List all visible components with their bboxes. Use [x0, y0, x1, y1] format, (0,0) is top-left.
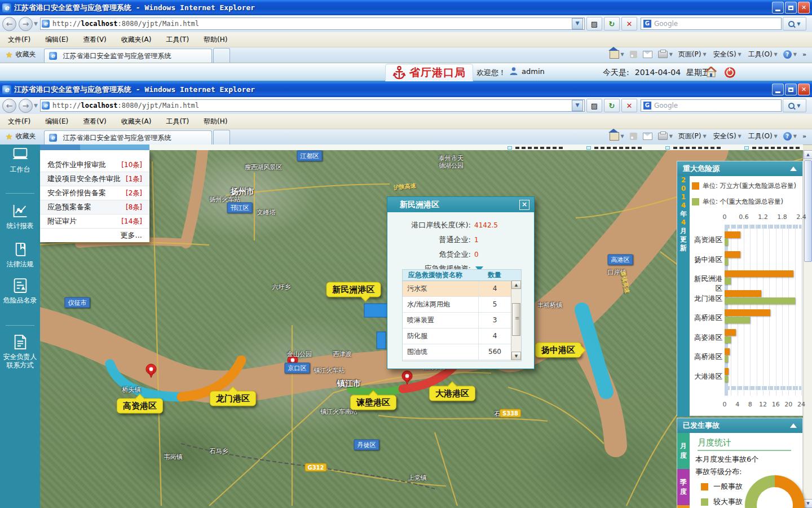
- collapse-icon[interactable]: [790, 167, 797, 171]
- menu-item-6[interactable]: 帮助(H): [204, 117, 227, 126]
- table-row[interactable]: 防化服4: [403, 329, 521, 344]
- close-button[interactable]: ✕: [798, 2, 810, 14]
- new-tab-button[interactable]: [213, 130, 230, 144]
- home-button[interactable]: ▼: [610, 50, 624, 59]
- recent-pages-icon[interactable]: ▼: [34, 103, 38, 108]
- sidebar-item-5[interactable]: 安全负责人联系方式: [0, 334, 40, 370]
- collapse-icon[interactable]: [790, 423, 797, 428]
- command-2[interactable]: 安全(S)▼: [713, 50, 742, 59]
- refresh-icon[interactable]: ↻: [604, 17, 620, 30]
- command-3[interactable]: 工具(O)▼: [748, 50, 778, 59]
- home-button[interactable]: ▼: [610, 132, 624, 141]
- menu-item-4[interactable]: 收藏夹(A): [121, 35, 152, 45]
- feeds-button[interactable]: [630, 133, 637, 140]
- browser-tab[interactable]: e 江苏省港口安全监管与应急管理系统: [44, 49, 212, 63]
- print-button[interactable]: ▼: [658, 51, 673, 58]
- stop-icon[interactable]: ✕: [621, 17, 637, 30]
- address-field[interactable]: e http://localhost:8080/yjpt/Main.html ▼: [40, 99, 585, 112]
- power-icon[interactable]: [725, 67, 735, 78]
- table-row[interactable]: 污水泵4: [403, 281, 521, 297]
- minimize-button[interactable]: [772, 2, 784, 14]
- url-text[interactable]: http://localhost:8080/yjpt/Main.html: [52, 20, 572, 28]
- close-button[interactable]: ✕: [798, 84, 810, 95]
- port-label[interactable]: 龙门港区: [210, 391, 256, 406]
- back-button[interactable]: ←: [2, 99, 16, 113]
- hazard-panel-header[interactable]: 重大危险源: [677, 161, 802, 176]
- accident-tab-1[interactable]: 月度: [677, 433, 690, 469]
- todo-menu-item-2[interactable]: 建设项目安全条件审批[1条]: [40, 172, 149, 186]
- favorites-button[interactable]: ★ 收藏夹: [6, 50, 36, 59]
- layer-toggle-fragment[interactable]: [508, 146, 570, 150]
- table-row[interactable]: 围油缆560: [403, 344, 521, 360]
- menu-item-6[interactable]: 帮助(H): [204, 35, 227, 45]
- read-mail-button[interactable]: [643, 133, 652, 140]
- map-pin[interactable]: [402, 371, 412, 384]
- print-button[interactable]: ▼: [658, 133, 673, 140]
- address-dropdown-icon[interactable]: ▼: [572, 18, 583, 29]
- compatibility-view-icon[interactable]: ▨: [586, 99, 602, 112]
- port-label[interactable]: 新民洲港区: [326, 282, 381, 297]
- todo-menu-item-5[interactable]: 附证审片[14条]: [40, 214, 149, 229]
- minimize-button[interactable]: [772, 84, 784, 95]
- menu-item-3[interactable]: 查看(V): [83, 117, 107, 126]
- address-dropdown-icon[interactable]: ▼: [572, 100, 583, 111]
- page-scrollbar[interactable]: ▲ ▼: [803, 150, 812, 508]
- todo-more-link[interactable]: 更多...: [40, 229, 149, 242]
- maximize-button[interactable]: [785, 2, 797, 14]
- todo-menu-item-3[interactable]: 安全评价报告备案[2条]: [40, 186, 149, 200]
- home-icon[interactable]: [705, 67, 717, 80]
- command-1[interactable]: 页面(P)▼: [678, 50, 707, 59]
- forward-button[interactable]: →: [19, 99, 33, 113]
- popup-header[interactable]: 新民洲港区 ×: [387, 197, 534, 212]
- menu-item-2[interactable]: 编辑(E): [45, 117, 68, 126]
- menu-item-2[interactable]: 编辑(E): [45, 35, 68, 45]
- recent-pages-icon[interactable]: ▼: [34, 21, 38, 27]
- table-row[interactable]: 水/泡沫两用炮5: [403, 297, 521, 313]
- new-tab-button[interactable]: [213, 48, 230, 63]
- help-button[interactable]: ?▼: [783, 132, 797, 141]
- address-field[interactable]: e http://localhost:8080/yjpt/Main.html ▼: [40, 17, 585, 30]
- back-button[interactable]: ←: [2, 17, 16, 31]
- overflow-chevron-icon[interactable]: »: [802, 133, 806, 140]
- scroll-down-icon[interactable]: ▼: [511, 352, 521, 360]
- menu-item-5[interactable]: 工具(T): [166, 117, 189, 126]
- map-area-small[interactable]: [377, 332, 386, 349]
- search-button[interactable]: ▼: [783, 17, 806, 30]
- menu-item-3[interactable]: 查看(V): [83, 35, 107, 45]
- scroll-down-icon[interactable]: ▼: [804, 499, 812, 508]
- accident-panel-header[interactable]: 已发生事故: [677, 418, 802, 433]
- layer-toggle-fragment[interactable]: [744, 146, 803, 150]
- help-button[interactable]: ?▼: [783, 50, 797, 59]
- todo-menu-item-4[interactable]: 应急预案备案[8条]: [40, 200, 149, 214]
- command-1[interactable]: 页面(P)▼: [678, 132, 707, 141]
- browser-tab[interactable]: e 江苏省港口安全监管与应急管理系统: [44, 130, 212, 144]
- menu-item-4[interactable]: 收藏夹(A): [121, 117, 152, 126]
- sidebar-item-2[interactable]: 统计报表: [0, 203, 40, 230]
- scroll-thumb[interactable]: [512, 303, 520, 336]
- overflow-chevron-icon[interactable]: »: [802, 51, 806, 58]
- sidebar-item-1[interactable]: 工作台: [0, 147, 40, 174]
- scroll-thumb[interactable]: [804, 160, 812, 262]
- menu-item-1[interactable]: 文件(F): [8, 35, 30, 45]
- maximize-button[interactable]: [785, 84, 797, 95]
- todo-menu-item-1[interactable]: 危货作业申报审批[10条]: [40, 158, 149, 172]
- menu-item-5[interactable]: 工具(T): [166, 35, 189, 45]
- sidebar-item-3[interactable]: 法律法规: [0, 242, 40, 269]
- forward-button[interactable]: →: [19, 17, 33, 31]
- port-label[interactable]: 高资港区: [117, 398, 163, 414]
- scroll-up-icon[interactable]: ▲: [511, 281, 521, 289]
- refresh-icon[interactable]: ↻: [604, 99, 620, 112]
- command-3[interactable]: 工具(O)▼: [748, 132, 778, 141]
- search-input[interactable]: G Google: [641, 17, 782, 30]
- search-button[interactable]: ▼: [783, 99, 806, 112]
- sidebar-item-4[interactable]: 危险品名录: [0, 278, 40, 305]
- url-text[interactable]: http://localhost:8080/yjpt/Main.html: [52, 102, 572, 110]
- compatibility-view-icon[interactable]: ▨: [586, 17, 602, 30]
- command-2[interactable]: 安全(S)▼: [713, 132, 742, 141]
- feeds-button[interactable]: [630, 51, 637, 58]
- accident-tab-2[interactable]: 季度: [677, 469, 690, 505]
- close-icon[interactable]: ×: [519, 200, 529, 210]
- port-label[interactable]: 扬中港区: [535, 343, 581, 358]
- port-label[interactable]: 大港港区: [429, 386, 475, 401]
- stop-icon[interactable]: ✕: [621, 99, 637, 112]
